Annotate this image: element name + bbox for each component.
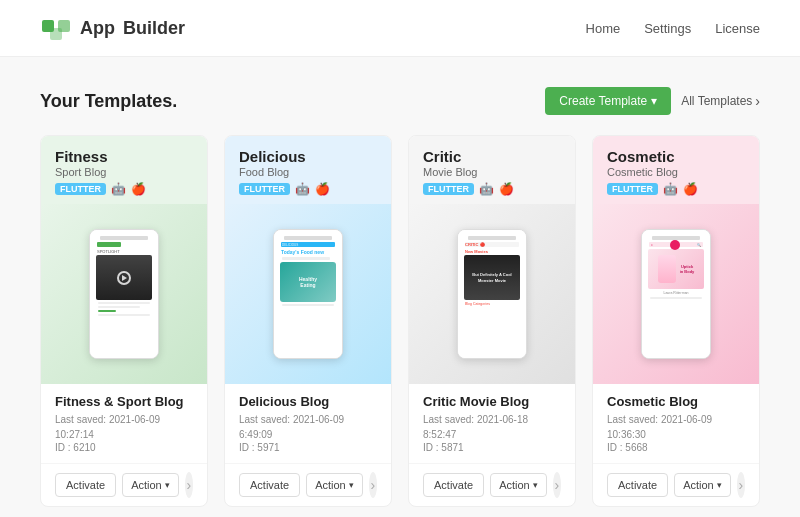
template-card-delicious: Delicious Food Blog FLUTTER 🤖 🍎 DELICIOU… (224, 135, 392, 507)
logo: AppBuilder (40, 12, 185, 44)
app-builder-logo-icon (40, 12, 72, 44)
card-info-delicious: Delicious Blog Last saved: 2021-06-09 6:… (225, 384, 391, 463)
your-templates-header: Your Templates. Create Template All Temp… (40, 87, 760, 115)
card-actions-critic: Activate Action › (409, 463, 575, 506)
activate-delicious-button[interactable]: Activate (239, 473, 300, 497)
card-meta-fitness: Last saved: 2021-06-09 10:27:14 (55, 412, 193, 442)
all-templates-link[interactable]: All Templates (681, 93, 760, 109)
card-id-cosmetic: ID : 5668 (607, 442, 745, 453)
templates-grid: Fitness Sport Blog FLUTTER 🤖 🍎 SPOTLIGHT (40, 135, 760, 507)
badge-apple-critic: 🍎 (499, 182, 514, 196)
card-subtitle-cosmetic: Cosmetic Blog (607, 166, 745, 178)
activate-fitness-button[interactable]: Activate (55, 473, 116, 497)
badge-apple-cosmetic: 🍎 (683, 182, 698, 196)
create-template-button[interactable]: Create Template (545, 87, 671, 115)
delicious-screen: DELICIOUS Today's Food new HealthyEating (274, 230, 342, 358)
action-critic-button[interactable]: Action (490, 473, 547, 497)
nav-settings[interactable]: Settings (644, 21, 691, 36)
badge-apple-fitness: 🍎 (131, 182, 146, 196)
card-info-critic: Critic Movie Blog Last saved: 2021-06-18… (409, 384, 575, 463)
more-delicious-button[interactable]: › (369, 472, 377, 498)
card-name-critic: Critic Movie Blog (423, 394, 561, 409)
your-templates-title: Your Templates. (40, 91, 177, 112)
badge-flutter-critic: FLUTTER (423, 183, 474, 195)
card-meta-critic: Last saved: 2021-06-18 8:52:47 (423, 412, 561, 442)
card-subtitle-fitness: Sport Blog (55, 166, 193, 178)
badge-flutter-fitness: FLUTTER (55, 183, 106, 195)
template-card-fitness: Fitness Sport Blog FLUTTER 🤖 🍎 SPOTLIGHT (40, 135, 208, 507)
card-actions-delicious: Activate Action › (225, 463, 391, 506)
card-id-critic: ID : 5871 (423, 442, 561, 453)
cosmetic-screen: ≡ 🔍 Uptickin Body Laura Ritterman (642, 230, 710, 358)
activate-cosmetic-button[interactable]: Activate (607, 473, 668, 497)
header-actions: Create Template All Templates (545, 87, 760, 115)
badge-android-cosmetic: 🤖 (663, 182, 678, 196)
card-header-cosmetic: Cosmetic Cosmetic Blog FLUTTER 🤖 🍎 (593, 136, 759, 204)
card-title-delicious: Delicious (239, 148, 377, 165)
card-badges-cosmetic: FLUTTER 🤖 🍎 (607, 182, 745, 196)
more-fitness-button[interactable]: › (185, 472, 193, 498)
header: AppBuilder Home Settings License (0, 0, 800, 57)
phone-mockup-critic: CRITIC 🔴 New Movies But Definitely A Coo… (457, 229, 527, 359)
card-badges-fitness: FLUTTER 🤖 🍎 (55, 182, 193, 196)
nav-license[interactable]: License (715, 21, 760, 36)
card-badges-critic: FLUTTER 🤖 🍎 (423, 182, 561, 196)
badge-android-critic: 🤖 (479, 182, 494, 196)
card-badges-delicious: FLUTTER 🤖 🍎 (239, 182, 377, 196)
card-name-cosmetic: Cosmetic Blog (607, 394, 745, 409)
card-header-critic: Critic Movie Blog FLUTTER 🤖 🍎 (409, 136, 575, 204)
main-nav: Home Settings License (586, 21, 760, 36)
card-subtitle-critic: Movie Blog (423, 166, 561, 178)
card-name-delicious: Delicious Blog (239, 394, 377, 409)
template-card-cosmetic: Cosmetic Cosmetic Blog FLUTTER 🤖 🍎 ≡ 🔍 (592, 135, 760, 507)
logo-app: App (80, 18, 115, 39)
logo-builder: Builder (123, 18, 185, 39)
card-name-fitness: Fitness & Sport Blog (55, 394, 193, 409)
card-id-fitness: ID : 6210 (55, 442, 193, 453)
main-content: Your Templates. Create Template All Temp… (0, 57, 800, 517)
card-preview-fitness: SPOTLIGHT (41, 204, 207, 384)
card-actions-cosmetic: Activate Action › (593, 463, 759, 506)
phone-mockup-fitness: SPOTLIGHT (89, 229, 159, 359)
badge-android-fitness: 🤖 (111, 182, 126, 196)
more-cosmetic-button[interactable]: › (737, 472, 745, 498)
template-card-critic: Critic Movie Blog FLUTTER 🤖 🍎 CRITIC 🔴 (408, 135, 576, 507)
action-fitness-button[interactable]: Action (122, 473, 179, 497)
card-title-cosmetic: Cosmetic (607, 148, 745, 165)
badge-flutter-delicious: FLUTTER (239, 183, 290, 195)
card-meta-cosmetic: Last saved: 2021-06-09 10:36:30 (607, 412, 745, 442)
nav-home[interactable]: Home (586, 21, 621, 36)
phone-mockup-cosmetic: ≡ 🔍 Uptickin Body Laura Ritterman (641, 229, 711, 359)
more-critic-button[interactable]: › (553, 472, 561, 498)
card-header-fitness: Fitness Sport Blog FLUTTER 🤖 🍎 (41, 136, 207, 204)
card-id-delicious: ID : 5971 (239, 442, 377, 453)
action-cosmetic-button[interactable]: Action (674, 473, 731, 497)
card-meta-delicious: Last saved: 2021-06-09 6:49:09 (239, 412, 377, 442)
critic-screen: CRITIC 🔴 New Movies But Definitely A Coo… (458, 230, 526, 358)
card-title-critic: Critic (423, 148, 561, 165)
activate-critic-button[interactable]: Activate (423, 473, 484, 497)
card-info-fitness: Fitness & Sport Blog Last saved: 2021-06… (41, 384, 207, 463)
card-preview-cosmetic: ≡ 🔍 Uptickin Body Laura Ritterman (593, 204, 759, 384)
card-preview-delicious: DELICIOUS Today's Food new HealthyEating (225, 204, 391, 384)
badge-flutter-cosmetic: FLUTTER (607, 183, 658, 195)
card-header-delicious: Delicious Food Blog FLUTTER 🤖 🍎 (225, 136, 391, 204)
svg-rect-2 (50, 28, 62, 40)
card-actions-fitness: Activate Action › (41, 463, 207, 506)
phone-mockup-delicious: DELICIOUS Today's Food new HealthyEating (273, 229, 343, 359)
badge-apple-delicious: 🍎 (315, 182, 330, 196)
fitness-screen: SPOTLIGHT (90, 230, 158, 358)
card-preview-critic: CRITIC 🔴 New Movies But Definitely A Coo… (409, 204, 575, 384)
action-delicious-button[interactable]: Action (306, 473, 363, 497)
card-subtitle-delicious: Food Blog (239, 166, 377, 178)
card-title-fitness: Fitness (55, 148, 193, 165)
badge-android-delicious: 🤖 (295, 182, 310, 196)
card-info-cosmetic: Cosmetic Blog Last saved: 2021-06-09 10:… (593, 384, 759, 463)
